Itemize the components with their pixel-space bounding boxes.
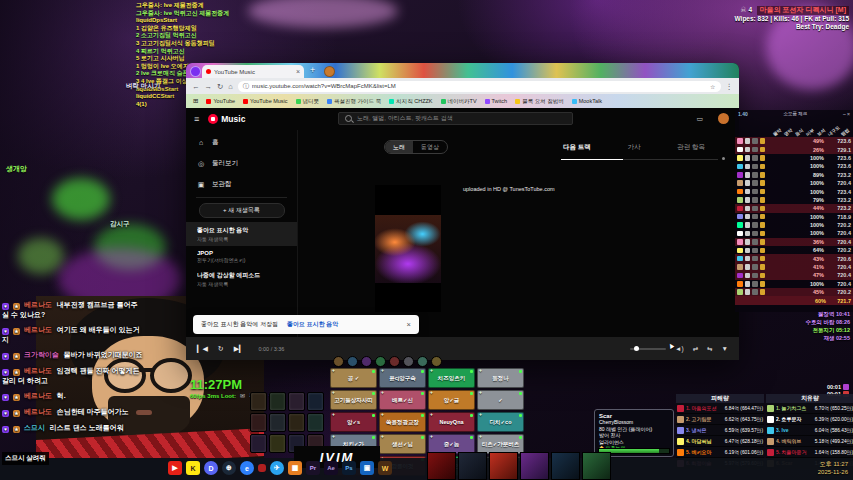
previous-track-icon[interactable]: ▎◀	[197, 345, 208, 353]
raid-member-row[interactable]: 100% 723.6	[735, 154, 853, 162]
spell-icon[interactable]	[250, 392, 267, 411]
search-input[interactable]: 노래, 앨범, 아티스트, 팟캐스트 검색	[338, 112, 573, 125]
toggle-song[interactable]: 노래	[385, 141, 413, 153]
scene-thumbnail[interactable]	[582, 452, 611, 480]
raid-member-row[interactable]: 49% 723.6	[735, 137, 853, 145]
sidebar-nav-item[interactable]: ◎ 둘러보기	[186, 153, 297, 174]
browser-tab[interactable]: YouTube Music ×	[202, 65, 304, 78]
snackbar-action-link[interactable]: 좋아요 표시한 음악	[287, 320, 338, 329]
meter-title[interactable]: 피해량	[676, 394, 764, 403]
buff-icon[interactable]	[375, 356, 386, 367]
raid-member-button[interactable]: 치즈잉츠키	[428, 368, 475, 388]
buff-icon[interactable]	[431, 356, 442, 367]
raid-member-row[interactable]: 100% 720.4	[735, 229, 853, 237]
raid-member-button[interactable]: 중✓놈	[428, 434, 475, 454]
raid-member-button[interactable]: 윤cj앙구속	[379, 368, 426, 388]
raid-member-row[interactable]: 100% 723.4	[735, 187, 853, 195]
buff-icon[interactable]	[361, 356, 372, 367]
bookmark-star-icon[interactable]: ☆	[710, 83, 715, 90]
raid-member-button[interactable]: 동정나	[477, 368, 524, 388]
taskbar-icon-edge[interactable]: e	[240, 461, 254, 475]
meter-row[interactable]: 2. 흐루문자 6.39억 (620.00만)	[766, 414, 853, 425]
meter-row[interactable]: 5. 베키요마 6.19억 (601.06만)	[676, 447, 764, 458]
raid-member-row[interactable]: 43% 720.6	[735, 254, 853, 262]
back-icon[interactable]: ←	[192, 82, 200, 91]
panel-controls[interactable]: ‒ ×	[843, 111, 850, 117]
tab-related[interactable]: 관련 항목	[677, 143, 705, 152]
buff-icon[interactable]	[333, 356, 344, 367]
album-art[interactable]	[375, 185, 441, 312]
taskbar-icon-recording[interactable]	[258, 464, 266, 472]
raid-member-button[interactable]: 고기들상자사띠	[330, 390, 377, 410]
sidebar-nav-item[interactable]: ⌂ 홈	[186, 132, 297, 153]
playlist-liked-music[interactable]: 좋아요 표시한 음악 자동 재생목록	[186, 222, 297, 246]
cast-icon[interactable]: ▭	[696, 115, 703, 123]
next-track-icon[interactable]: ▶▎	[234, 345, 245, 353]
taskbar-icon-youtube[interactable]: ▶	[168, 461, 182, 475]
shuffle-icon[interactable]: ⇆	[707, 345, 712, 353]
raid-member-row[interactable]: 36% 720.4	[735, 238, 853, 246]
reload-icon[interactable]: ↻	[217, 82, 223, 91]
bookmark-item[interactable]: 치지직 CHZZK	[389, 98, 432, 105]
taskbar-icon-telegram[interactable]: ✈	[270, 461, 284, 475]
spell-icon[interactable]	[307, 392, 324, 411]
spell-icon[interactable]	[288, 392, 305, 411]
raid-member-button[interactable]: 앙✓글	[428, 390, 475, 410]
raid-member-row[interactable]: 100% 718.9	[735, 213, 853, 221]
home-icon[interactable]: ⌂	[228, 82, 233, 91]
song-video-toggle[interactable]: 노래 동영상	[384, 140, 448, 154]
new-playlist-button[interactable]: + 새 재생목록	[199, 203, 285, 218]
bookmark-item[interactable]: 블록 요쳐 참법버	[515, 98, 564, 105]
raid-member-row[interactable]: 26% 729.1	[735, 145, 853, 153]
chat-username[interactable]: 베르나도	[24, 392, 52, 399]
bookmark-item[interactable]: Twitch	[485, 98, 508, 104]
mail-icon[interactable]: ✉	[240, 392, 245, 399]
buff-icon[interactable]	[347, 356, 358, 367]
taskbar-icon-aftereffects[interactable]: Ae	[324, 461, 338, 475]
meter-row[interactable]: 1. 마음의포션 6.84억 (664.47만)	[676, 403, 764, 414]
buff-icon[interactable]	[417, 356, 428, 367]
spell-icon[interactable]	[250, 413, 267, 432]
raid-member-button[interactable]: ✓	[477, 390, 524, 410]
raid-member-row[interactable]: 100% 723.6	[735, 162, 853, 170]
scene-thumbnail[interactable]	[458, 452, 487, 480]
menu-dots-icon[interactable]: ⋮	[726, 82, 734, 91]
bookmark-item[interactable]: YouTube	[206, 98, 235, 104]
spell-icon[interactable]	[269, 434, 286, 453]
raid-member-row[interactable]: 41% 720.4	[735, 263, 853, 271]
raid-member-row[interactable]: 64% 720.2	[735, 246, 853, 254]
scene-thumbnail[interactable]	[551, 452, 580, 480]
buff-icon[interactable]	[403, 356, 414, 367]
repeat-icon[interactable]: ⇄	[693, 345, 698, 353]
apps-icon[interactable]: ⊞	[193, 97, 198, 105]
raid-member-row[interactable]: 100% 720.4	[735, 280, 853, 288]
ytm-logo[interactable]: Music	[208, 114, 245, 124]
toggle-video[interactable]: 동영상	[413, 141, 447, 153]
raid-member-button[interactable]: NeuyQna	[428, 412, 475, 432]
meter-row[interactable]: 4. 마담써님 6.47억 (628.18만)	[676, 436, 764, 447]
scene-thumbnail[interactable]	[520, 452, 549, 480]
raid-member-row[interactable]: 44% 723.2	[735, 204, 853, 212]
raid-member-row[interactable]: 89% 723.2	[735, 171, 853, 179]
taskbar-icon-utility[interactable]: ▦	[288, 461, 302, 475]
meter-row[interactable]: 3. 냉저믄 6.59억 (639.57만)	[676, 425, 764, 436]
chat-username[interactable]: 베르나도	[24, 408, 52, 415]
spell-icon[interactable]	[288, 413, 305, 432]
taskbar-icon-wow[interactable]: W	[378, 461, 392, 475]
spell-icon[interactable]	[269, 392, 286, 411]
meter-row[interactable]: 2. 고기팀문 6.62억 (643.75만)	[676, 414, 764, 425]
taskbar-icon-kakaotalk[interactable]: K	[186, 461, 200, 475]
spell-icon[interactable]	[269, 413, 286, 432]
new-tab-button[interactable]: +	[310, 65, 315, 75]
scene-thumbnail[interactable]	[489, 452, 518, 480]
bookmark-item[interactable]: 냅터봇	[296, 98, 320, 105]
taskbar-icon-discord[interactable]: D	[204, 461, 218, 475]
buff-icon[interactable]	[389, 356, 400, 367]
chat-username[interactable]: 베르나도	[24, 367, 52, 374]
sidebar-nav-item[interactable]: ▣ 보관함	[186, 174, 297, 195]
taskbar-icon-steam[interactable]: ⊕	[222, 461, 236, 475]
bookmark-item[interactable]: YouTube Music	[243, 98, 288, 104]
site-info-icon[interactable]: ⓘ	[243, 82, 249, 91]
meter-row[interactable]: 1. 놀기치그츠 6.70억 (650.25만)	[766, 403, 853, 414]
playlist-jpop[interactable]: JPOP 전투기(셔바람엔츠키)	[186, 246, 297, 267]
